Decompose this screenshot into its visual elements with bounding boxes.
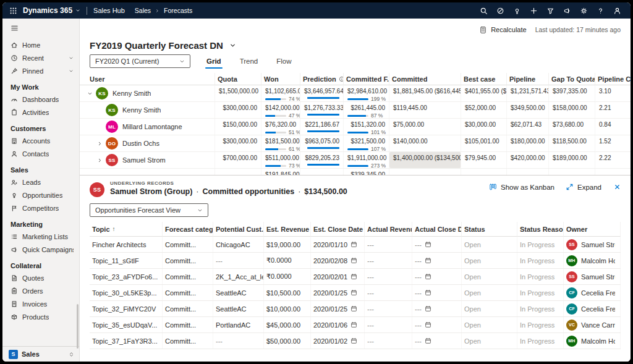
owner-cell: MH Malcolm Ho... — [564, 253, 621, 268]
chevron-right-icon[interactable] — [97, 158, 106, 163]
sidebar-item-accounts[interactable]: Accounts — [2, 134, 79, 147]
sidebar-item-competitors[interactable]: Competitors — [2, 201, 79, 214]
opportunity-row[interactable]: Topic_35_esUDqaV... Committ... PortlandA… — [90, 317, 621, 333]
topic-cell[interactable]: Topic_32_FiMYC20V — [90, 301, 163, 316]
column-header-actual-revenue[interactable]: Actual Revenue — [365, 222, 412, 237]
plus-icon[interactable] — [525, 2, 542, 19]
app-brand[interactable]: Dynamics 365 — [23, 6, 72, 15]
topic-cell[interactable]: Topic_11_sGtlF — [90, 253, 163, 268]
recalculate-button[interactable]: Recalculate — [479, 26, 526, 34]
topic-cell[interactable]: Topic_35_esUDqaV... — [90, 317, 163, 332]
tab-trend[interactable]: Trend — [239, 55, 260, 67]
sidebar-item-quotes[interactable]: Quotes — [2, 271, 79, 284]
sidebar-item-products[interactable]: Products — [2, 310, 79, 323]
person-icon[interactable] — [609, 2, 626, 19]
tab-grid[interactable]: Grid — [205, 55, 223, 67]
est-revenue-cell: $50,000.00 — [264, 333, 311, 349]
sidebar-scrollbar[interactable] — [77, 304, 79, 349]
column-header-user[interactable]: User — [80, 73, 215, 85]
opportunity-row[interactable]: Topic_32_FiMYC20V Committ... SeattleAC $… — [90, 301, 621, 317]
column-header-potential-cust[interactable]: Potential Cust... — [213, 222, 264, 237]
forecast-title-chevron-icon[interactable] — [229, 42, 236, 49]
column-header-pipeline[interactable]: Pipeline — [507, 73, 549, 85]
committed-cell[interactable]: $1,881,945.00 ($616,445.00) — [389, 85, 461, 101]
quota-cell: $700,000.00 — [215, 152, 261, 168]
view-selector[interactable]: Opportunities Forecast View — [90, 203, 208, 217]
forecast-row[interactable]: KS Kenny Smith $300,000.00 $142,000.00 4… — [80, 102, 631, 119]
forecast-row[interactable]: $191,845.00 $339,345.00 — [80, 169, 631, 175]
column-header-committed-f[interactable]: Committed F... — [344, 73, 389, 85]
column-header-est-revenue[interactable]: Est. Revenue — [264, 222, 311, 237]
column-header-committed[interactable]: Committed — [389, 73, 461, 85]
column-header-forecast-categ[interactable]: Forecast categ... — [163, 222, 213, 237]
column-header-est-close-date[interactable]: Est. Close Date — [311, 222, 365, 237]
topic-cell[interactable]: Topic_37_1FaY3R3... — [90, 333, 163, 349]
forecast-row[interactable]: DO Dustin Ochs $300,000.00 $181,500.00 6… — [80, 135, 631, 152]
breadcrumb-sales[interactable]: Sales — [135, 7, 151, 14]
show-as-kanban-button[interactable]: Show as Kanban — [489, 183, 554, 191]
waffle-menu-icon[interactable] — [5, 2, 21, 19]
period-selector[interactable]: FY2020 Q1 (Current) — [90, 54, 190, 68]
megaphone-icon[interactable] — [559, 2, 576, 19]
hamburger-menu-icon[interactable] — [2, 19, 79, 37]
expand-button[interactable]: Expand — [566, 183, 601, 191]
app-name[interactable]: Sales Hub — [93, 7, 125, 14]
close-icon[interactable] — [614, 184, 621, 190]
circle-slash-icon[interactable] — [492, 2, 509, 19]
topic-cell[interactable]: Topic_30_oL5KE3p... — [90, 285, 163, 300]
sidebar-item-home[interactable]: Home — [2, 38, 79, 51]
topic-cell[interactable]: Fincher Architects — [90, 237, 163, 252]
column-header-prediction[interactable]: Prediction — [300, 73, 344, 85]
tab-flow[interactable]: Flow — [275, 55, 292, 67]
committed-cell[interactable]: $75,000.00 — [389, 119, 461, 135]
gear-icon[interactable] — [576, 2, 592, 19]
sidebar-item-quick-campaigns[interactable]: Quick Campaigns — [2, 243, 79, 256]
column-header-status-reason[interactable]: Status Reason — [517, 222, 564, 237]
column-header-best-case[interactable]: Best case — [461, 73, 507, 85]
filter-icon[interactable] — [542, 2, 559, 19]
sidebar-item-label: Competitors — [22, 205, 59, 212]
sidebar-item-invoices[interactable]: Invoices — [2, 297, 79, 310]
forecast-row[interactable]: ML Millard Lamontagne $150,000.00 $76,32… — [80, 119, 631, 135]
lightbulb-icon[interactable] — [509, 2, 525, 19]
column-header-won[interactable]: Won — [261, 73, 300, 85]
search-icon[interactable] — [475, 2, 492, 19]
area-switcher[interactable]: S Sales — [2, 346, 79, 362]
sidebar-item-activities[interactable]: Activities — [2, 106, 79, 119]
column-header-actual-close-d[interactable]: Actual Close D... — [412, 222, 462, 237]
sidebar-item-contacts[interactable]: Contacts — [2, 147, 79, 160]
opportunity-row[interactable]: Topic_37_1FaY3R3... Committ... --- $50,0… — [90, 333, 621, 349]
sidebar-item-dashboards[interactable]: Dashboards — [2, 93, 79, 106]
column-header-quota[interactable]: Quota — [215, 73, 261, 85]
column-header-gap-to-quota[interactable]: Gap To Quota — [549, 73, 595, 85]
column-header-status[interactable]: Status — [462, 222, 517, 237]
column-header-topic[interactable]: Topic↑ — [90, 222, 163, 237]
sidebar-item-pinned[interactable]: Pinned — [2, 64, 79, 77]
pipeline-coverage-cell: 3.10 — [595, 85, 631, 101]
breadcrumb-forecasts[interactable]: Forecasts — [164, 7, 192, 14]
sidebar-item-marketing-lists[interactable]: Marketing Lists — [2, 230, 79, 243]
chevron-right-icon[interactable] — [97, 141, 106, 146]
sidebar-item-orders[interactable]: Orders — [2, 284, 79, 297]
info-icon[interactable] — [339, 76, 344, 82]
committed-cell[interactable]: $1,400,000.00 ($134,500.00) — [389, 152, 461, 168]
topic-cell[interactable]: Topic_23_aFYDFo6... — [90, 269, 163, 284]
opportunity-row[interactable]: Fincher Architects Committ... ChicagoAC … — [90, 237, 621, 253]
sidebar-item-leads[interactable]: Leads — [2, 176, 79, 188]
forecast-row[interactable]: KS Kenny Smith $1,500,000.00 $1,102,665.… — [80, 85, 631, 102]
committed-cell[interactable] — [389, 169, 461, 175]
committed-cell[interactable]: $140,000.00 — [389, 135, 461, 151]
status-reason-cell: In Progress — [517, 253, 564, 268]
committed-cell[interactable]: $119,445.00 — [389, 102, 461, 118]
column-header-owner[interactable]: Owner — [564, 222, 621, 237]
opportunity-row[interactable]: Topic_30_oL5KE3p... Committ... SeattleAC… — [90, 285, 621, 301]
help-icon[interactable] — [592, 2, 609, 19]
column-header-pipeline-co[interactable]: Pipeline Co... — [595, 73, 631, 85]
sidebar-item-recent[interactable]: Recent — [2, 51, 79, 64]
page-title: FY2019 Quarterly Forecast DN — [90, 40, 223, 51]
forecast-row[interactable]: SS Samuel Strom $700,000.00 $511,000.00 … — [80, 152, 631, 169]
sidebar-item-opportunities[interactable]: Opportunities — [2, 188, 79, 201]
opportunity-row[interactable]: Topic_11_sGtlF Committ... --- ₹0.0000 20… — [90, 253, 621, 269]
chevron-down-icon[interactable] — [87, 91, 96, 96]
opportunity-row[interactable]: Topic_23_aFYDFo6... Committ... 2K_1_Acc_… — [90, 269, 621, 285]
